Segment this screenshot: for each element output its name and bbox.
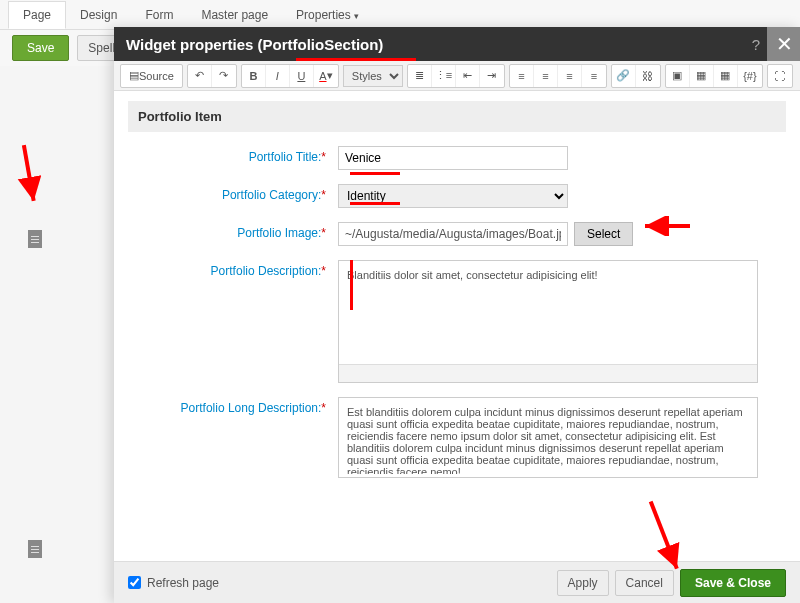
portfolio-description-label: Portfolio Description:* xyxy=(128,260,338,383)
editor-statusbar xyxy=(339,364,757,382)
table-button[interactable]: ▦ xyxy=(714,65,738,87)
dialog-title: Widget properties (PortfolioSection) xyxy=(126,36,383,53)
save-and-close-button[interactable]: Save & Close xyxy=(680,569,786,597)
dialog-footer: Refresh page Apply Cancel Save & Close xyxy=(114,561,800,603)
tab-form[interactable]: Form xyxy=(131,2,187,28)
align-justify-button[interactable]: ≡ xyxy=(582,65,606,87)
cancel-button[interactable]: Cancel xyxy=(615,570,674,596)
numbered-list-button[interactable]: ≣ xyxy=(408,65,432,87)
image-button[interactable]: ▣ xyxy=(666,65,690,87)
long-description-editor[interactable]: Est blanditiis dolorem culpa incidunt mi… xyxy=(338,397,758,478)
align-right-button[interactable]: ≡ xyxy=(558,65,582,87)
refresh-page-input[interactable] xyxy=(128,576,141,589)
portfolio-title-input[interactable] xyxy=(338,146,568,170)
long-description-textarea[interactable]: Est blanditiis dolorem culpa incidunt mi… xyxy=(339,398,757,474)
undo-button[interactable]: ↶ xyxy=(188,65,212,87)
top-tab-bar: Page Design Form Master page Properties▾ xyxy=(0,0,800,30)
chevron-down-icon: ▾ xyxy=(354,11,359,21)
portfolio-image-path[interactable] xyxy=(338,222,568,246)
source-button[interactable]: ▤ Source xyxy=(121,65,182,87)
tab-master-page[interactable]: Master page xyxy=(187,2,282,28)
widget-properties-dialog: Widget properties (PortfolioSection) ? ⛶… xyxy=(114,27,800,603)
styles-dropdown[interactable]: Styles xyxy=(343,65,403,87)
dialog-header: Widget properties (PortfolioSection) ? ⛶ xyxy=(114,27,800,61)
tab-design[interactable]: Design xyxy=(66,2,131,28)
apply-button[interactable]: Apply xyxy=(557,570,609,596)
portfolio-category-select[interactable]: Identity xyxy=(338,184,568,208)
description-editor[interactable]: Blanditiis dolor sit amet, consectetur a… xyxy=(338,260,758,383)
annotation-arrow-1 xyxy=(0,138,72,222)
help-icon[interactable]: ? xyxy=(752,36,760,53)
save-button[interactable]: Save xyxy=(12,35,69,61)
side-panel-handle[interactable] xyxy=(28,230,42,248)
rich-text-toolbar: ▤ Source ↶ ↷ B I U A▾ Styles ≣ ⋮≡ ⇤ ⇥ ≡ … xyxy=(114,61,800,91)
close-icon[interactable]: ✕ xyxy=(767,27,800,61)
underline-button[interactable]: U xyxy=(290,65,314,87)
tab-page[interactable]: Page xyxy=(8,1,66,29)
media-button[interactable]: ▦ xyxy=(690,65,714,87)
link-button[interactable]: 🔗 xyxy=(612,65,636,87)
unlink-button[interactable]: ⛓ xyxy=(636,65,660,87)
refresh-page-label: Refresh page xyxy=(147,576,219,590)
align-center-button[interactable]: ≡ xyxy=(534,65,558,87)
description-textarea[interactable]: Blanditiis dolor sit amet, consectetur a… xyxy=(339,261,757,361)
portfolio-title-label: Portfolio Title:* xyxy=(128,146,338,170)
dialog-body: Portfolio Item Portfolio Title:* Portfol… xyxy=(114,91,800,561)
bulleted-list-button[interactable]: ⋮≡ xyxy=(432,65,456,87)
italic-button[interactable]: I xyxy=(266,65,290,87)
side-panel-handle-2[interactable] xyxy=(28,540,42,558)
portfolio-long-description-label: Portfolio Long Description:* xyxy=(128,397,338,478)
select-image-button[interactable]: Select xyxy=(574,222,633,246)
align-left-button[interactable]: ≡ xyxy=(510,65,534,87)
refresh-page-checkbox[interactable]: Refresh page xyxy=(128,576,219,590)
tab-properties[interactable]: Properties▾ xyxy=(282,2,373,28)
svg-line-0 xyxy=(1,145,57,201)
maximize-button[interactable]: ⛶ xyxy=(768,65,792,87)
indent-button[interactable]: ⇥ xyxy=(480,65,504,87)
redo-button[interactable]: ↷ xyxy=(212,65,236,87)
macro-button[interactable]: {#} xyxy=(738,65,762,87)
portfolio-category-label: Portfolio Category:* xyxy=(128,184,338,208)
outdent-button[interactable]: ⇤ xyxy=(456,65,480,87)
font-color-button[interactable]: A▾ xyxy=(314,65,338,87)
bold-button[interactable]: B xyxy=(242,65,266,87)
section-heading: Portfolio Item xyxy=(128,101,786,132)
portfolio-image-label: Portfolio Image:* xyxy=(128,222,338,246)
